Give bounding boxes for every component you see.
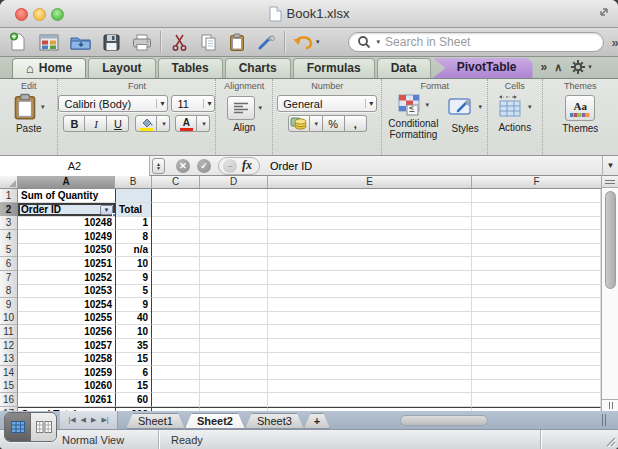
themes-button[interactable]: Aa (565, 95, 595, 121)
conditional-formatting-button[interactable]: ▾ Conditional Formatting (382, 94, 444, 140)
cell[interactable] (152, 298, 200, 312)
minimize-window-button[interactable] (33, 8, 46, 21)
tab-tables[interactable]: Tables (158, 58, 223, 78)
cell[interactable]: 15 (115, 352, 152, 366)
cell[interactable]: 5 (115, 284, 152, 298)
row-header[interactable]: 7 (0, 271, 18, 285)
font-family-select[interactable]: Calibri (Body)▾ (58, 95, 168, 112)
tab-formulas[interactable]: Formulas (293, 58, 375, 78)
cell[interactable]: 6 (115, 366, 152, 380)
cell[interactable] (152, 379, 200, 393)
vertical-scrollbar[interactable] (601, 176, 618, 411)
column-header-a[interactable]: A (18, 176, 115, 189)
comma-format-button[interactable]: , (345, 115, 367, 132)
cell[interactable] (152, 216, 200, 230)
horizontal-scroll-thumb[interactable] (400, 415, 488, 426)
cell[interactable] (200, 189, 268, 203)
cell[interactable] (200, 230, 268, 244)
row-header[interactable]: 1 (0, 189, 18, 203)
paste-split-button[interactable]: ▾ (13, 93, 45, 121)
cell[interactable] (472, 325, 601, 339)
cell[interactable]: 10 (115, 257, 152, 271)
cell[interactable] (152, 393, 200, 407)
row-header[interactable]: 2 (0, 203, 18, 217)
currency-format-button[interactable] (288, 115, 310, 132)
column-header-e[interactable]: E (268, 176, 472, 189)
font-color-button[interactable]: A (175, 115, 197, 132)
select-all-corner[interactable] (0, 176, 18, 189)
search-field[interactable]: ▾ (348, 32, 604, 52)
row-header[interactable]: 16 (0, 393, 18, 407)
cell[interactable] (268, 230, 472, 244)
cell[interactable]: 60 (115, 393, 152, 407)
insert-function-button[interactable]: – fx (218, 157, 260, 175)
fill-color-dropdown[interactable]: ▾ (157, 115, 170, 132)
percent-format-button[interactable]: % (323, 115, 345, 132)
tab-layout[interactable]: Layout (88, 58, 155, 78)
cell[interactable] (200, 311, 268, 325)
cell[interactable]: 1 (115, 216, 152, 230)
cell[interactable] (268, 257, 472, 271)
cell[interactable]: 8 (115, 230, 152, 244)
cell[interactable] (200, 298, 268, 312)
cell[interactable] (472, 216, 601, 230)
page-layout-view-button[interactable] (31, 413, 56, 441)
normal-view-button[interactable] (5, 413, 31, 441)
cell[interactable]: 10251 (18, 257, 115, 271)
cell[interactable] (152, 284, 200, 298)
cell[interactable]: 10 (115, 325, 152, 339)
open-button[interactable] (68, 30, 92, 54)
cell[interactable]: 35 (115, 339, 152, 353)
add-sheet-button[interactable]: + (304, 413, 330, 429)
number-format-select[interactable]: General▾ (277, 95, 377, 112)
cell[interactable]: n/a (115, 243, 152, 257)
cell[interactable] (472, 230, 601, 244)
cell[interactable] (268, 271, 472, 285)
cell[interactable] (152, 203, 200, 217)
cell[interactable]: 10260 (18, 379, 115, 393)
cell[interactable]: 10255 (18, 311, 115, 325)
split-handle-icon[interactable] (602, 176, 618, 188)
cell[interactable]: 10257 (18, 339, 115, 353)
cell[interactable] (152, 257, 200, 271)
cell[interactable] (472, 203, 601, 217)
cell[interactable] (152, 230, 200, 244)
cell[interactable] (268, 203, 472, 217)
cell[interactable] (472, 311, 601, 325)
row-header[interactable]: 10 (0, 311, 18, 325)
row-header[interactable]: 5 (0, 243, 18, 257)
row-header[interactable]: 13 (0, 352, 18, 366)
actions-button[interactable]: ▾ (498, 95, 532, 118)
paste-button[interactable] (225, 30, 249, 54)
cell[interactable]: 10249 (18, 230, 115, 244)
cell[interactable] (152, 271, 200, 285)
cell[interactable] (152, 352, 200, 366)
close-window-button[interactable] (15, 8, 28, 21)
search-scope-dropdown-arrow[interactable]: ▾ (377, 38, 381, 46)
cell[interactable] (200, 284, 268, 298)
name-box-stepper[interactable]: ▲▼ (152, 158, 165, 174)
cell[interactable] (268, 298, 472, 312)
name-box[interactable]: A2 (0, 156, 150, 176)
cell[interactable] (200, 216, 268, 230)
search-icon[interactable] (357, 35, 372, 49)
cell[interactable] (472, 339, 601, 353)
cell[interactable] (472, 366, 601, 380)
cell[interactable] (268, 311, 472, 325)
cell[interactable]: 10261 (18, 393, 115, 407)
more-tabs-chevron[interactable]: » (541, 60, 546, 74)
align-button[interactable]: ▾ (227, 96, 263, 120)
cell[interactable] (472, 271, 601, 285)
sheet-nav-arrows[interactable]: |◀ ◀ ▶ ▶| (60, 411, 118, 429)
cell[interactable] (200, 203, 268, 217)
cell[interactable]: 10254 (18, 298, 115, 312)
undo-button[interactable] (291, 30, 315, 54)
accept-icon[interactable]: ✓ (197, 159, 211, 173)
new-workbook-button[interactable] (6, 30, 30, 54)
cell[interactable]: 10259 (18, 366, 115, 380)
cell[interactable] (200, 393, 268, 407)
cell[interactable] (472, 257, 601, 271)
cell[interactable]: 40 (115, 311, 152, 325)
cell[interactable] (152, 311, 200, 325)
workbook-gallery-button[interactable] (37, 30, 61, 54)
